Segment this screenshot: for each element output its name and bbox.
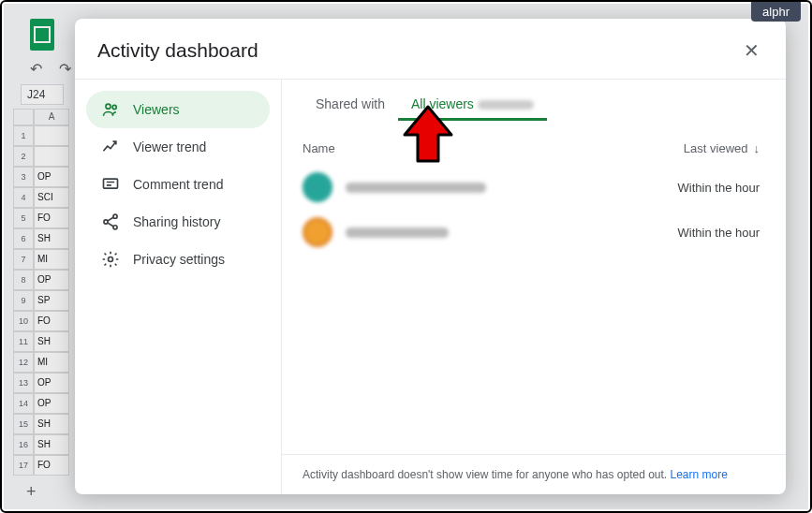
sheet-row: 9SP — [13, 290, 69, 311]
sidebar-label: Privacy settings — [133, 252, 225, 267]
row-header[interactable]: 4 — [13, 187, 34, 208]
cell[interactable]: OP — [34, 373, 69, 393]
sidebar-label: Sharing history — [133, 214, 220, 229]
row-header[interactable]: 11 — [13, 331, 34, 352]
share-icon — [101, 213, 120, 231]
watermark-badge: alphr — [751, 2, 801, 22]
cell[interactable]: SH — [34, 331, 69, 352]
comment-icon — [101, 175, 120, 194]
row-header[interactable]: 13 — [13, 373, 34, 393]
footer-note: Activity dashboard doesn't show view tim… — [282, 454, 786, 494]
sidebar-item-viewers[interactable]: Viewers — [86, 91, 270, 128]
footer-text: Activity dashboard doesn't show view tim… — [303, 468, 671, 481]
row-header[interactable]: 10 — [13, 311, 34, 331]
close-button[interactable]: ✕ — [740, 36, 763, 66]
gear-icon — [101, 250, 120, 269]
sheet-row: 15SH — [13, 414, 69, 434]
sidebar-item-privacy-settings[interactable]: Privacy settings — [86, 241, 270, 278]
svg-point-6 — [109, 257, 113, 262]
redacted-text — [346, 227, 449, 238]
tabs-bar: Shared with All viewers — [282, 80, 786, 121]
sheet-row: 17FO — [13, 455, 69, 476]
viewer-name — [346, 227, 678, 238]
cell[interactable]: OP — [34, 167, 69, 187]
row-header[interactable]: 6 — [13, 228, 34, 249]
row-header[interactable]: 8 — [13, 270, 34, 290]
row-header[interactable]: 16 — [13, 434, 34, 455]
sidebar-item-comment-trend[interactable]: Comment trend — [86, 166, 270, 203]
cell[interactable]: SH — [34, 434, 69, 455]
dialog-main: Shared with All viewers Name Last viewed… — [281, 80, 786, 494]
cell[interactable]: SP — [34, 290, 69, 311]
viewer-last-viewed: Within the hour — [678, 181, 760, 195]
learn-more-link[interactable]: Learn more — [671, 468, 728, 481]
row-header[interactable]: 12 — [13, 352, 34, 373]
row-header[interactable]: 3 — [13, 167, 34, 187]
toolbar: ↶ ↷ — [30, 60, 71, 78]
cell[interactable]: MI — [34, 249, 69, 270]
sheet-row: 2 — [13, 146, 69, 167]
sheet-row: 3OP — [13, 167, 69, 187]
redacted-text — [346, 183, 486, 193]
add-sheet-button[interactable]: + — [26, 482, 37, 502]
sidebar-item-viewer-trend[interactable]: Viewer trend — [86, 128, 270, 166]
row-header[interactable]: 5 — [13, 208, 34, 228]
dialog-sidebar: Viewers Viewer trend Comment trend Shari… — [75, 80, 281, 494]
tab-all-viewers[interactable]: All viewers — [398, 89, 547, 121]
close-icon: ✕ — [744, 40, 760, 61]
cell[interactable]: FO — [34, 208, 69, 228]
svg-point-0 — [106, 104, 111, 109]
cell[interactable] — [34, 125, 69, 146]
cell[interactable]: SH — [34, 414, 69, 434]
arrow-down-icon: ↓ — [754, 141, 760, 155]
row-header[interactable]: 7 — [13, 249, 34, 270]
name-box[interactable]: J24 — [21, 84, 64, 105]
tab-label: All viewers — [411, 96, 474, 111]
column-label: Last viewed — [684, 141, 748, 155]
sidebar-item-sharing-history[interactable]: Sharing history — [86, 203, 270, 241]
sheet-row: 8OP — [13, 270, 69, 290]
sheet-row: 4SCI — [13, 187, 69, 208]
sheet-row: 7MI — [13, 249, 69, 270]
row-header[interactable]: 1 — [13, 125, 34, 146]
viewer-name — [346, 183, 678, 193]
sheets-logo-icon — [30, 19, 54, 51]
row-header[interactable]: 17 — [13, 455, 34, 476]
svg-point-1 — [112, 105, 116, 109]
dialog-title: Activity dashboard — [97, 39, 258, 62]
redacted-text — [478, 100, 534, 110]
undo-icon[interactable]: ↶ — [30, 60, 42, 78]
row-header[interactable]: 2 — [13, 146, 34, 167]
activity-dashboard-dialog: Activity dashboard ✕ Viewers Viewer tren… — [75, 19, 786, 494]
cell[interactable]: MI — [34, 352, 69, 373]
cell[interactable] — [34, 146, 69, 167]
sidebar-label: Viewers — [133, 102, 180, 117]
sheet-row: 6SH — [13, 228, 69, 249]
cell[interactable]: FO — [34, 311, 69, 331]
sheet-row: 14OP — [13, 393, 69, 414]
cell[interactable]: SH — [34, 228, 69, 249]
row-header[interactable]: 15 — [13, 414, 34, 434]
redo-icon[interactable]: ↷ — [59, 60, 71, 78]
cell[interactable]: OP — [34, 393, 69, 414]
tab-shared-with[interactable]: Shared with — [303, 89, 398, 121]
viewer-row: Within the hour — [282, 210, 786, 255]
column-header[interactable]: A — [34, 109, 69, 125]
cell[interactable]: OP — [34, 270, 69, 290]
cell[interactable]: FO — [34, 455, 69, 476]
svg-rect-2 — [104, 179, 118, 188]
sheet-row: 11SH — [13, 331, 69, 352]
sidebar-label: Comment trend — [133, 177, 223, 192]
column-last-viewed-header[interactable]: Last viewed ↓ — [684, 141, 760, 155]
viewer-last-viewed: Within the hour — [678, 226, 760, 240]
row-header[interactable]: 14 — [13, 393, 34, 414]
sheet-row: 5FO — [13, 208, 69, 228]
people-icon — [101, 100, 120, 119]
viewer-row: Within the hour — [282, 165, 786, 210]
column-name-header[interactable]: Name — [303, 141, 684, 155]
cell[interactable]: SCI — [34, 187, 69, 208]
sidebar-label: Viewer trend — [133, 139, 206, 154]
row-header[interactable]: 9 — [13, 290, 34, 311]
trend-icon — [101, 138, 120, 156]
spreadsheet-grid: A 123OP4SCI5FO6SH7MI8OP9SP10FO11SH12MI13… — [13, 109, 69, 476]
